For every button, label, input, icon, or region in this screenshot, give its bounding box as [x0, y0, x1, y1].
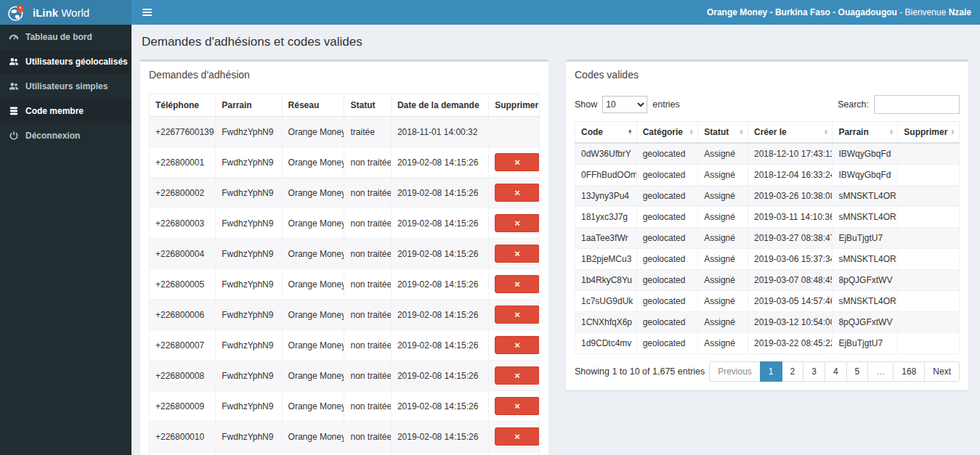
cell-reseau: Orange Money	[282, 208, 344, 239]
sidebar-item-simple-users[interactable]: Utilisateurs simples	[0, 74, 131, 99]
cell-reseau: Orange Money	[282, 330, 344, 361]
sidebar-item-geolocated-users[interactable]: Utilisateurs géolocalisés	[0, 49, 131, 74]
users-icon	[9, 57, 19, 67]
adhesion-requests-table: TéléphoneParrainRéseauStatutDate de la d…	[149, 94, 540, 455]
pagination-button[interactable]: 2	[782, 361, 804, 382]
sortable-column-header[interactable]: Statut	[698, 122, 748, 144]
search-label: Search:	[838, 99, 869, 110]
cell-code: 1b4RkyC8Yu	[575, 270, 637, 291]
entries-info: Showing 1 to 10 of 1,675 entries	[575, 366, 705, 377]
cell-date: 2019-02-08 14:15:26	[391, 208, 488, 239]
cell-parrain: FwdhzYphN9	[216, 269, 282, 300]
cell-supprimer: ×	[489, 178, 540, 208]
sidebar-item-label: Tableau de bord	[25, 32, 92, 42]
sortable-column-header[interactable]: Code	[575, 122, 637, 144]
cell-supprimer: ×	[489, 208, 540, 239]
pagination-button[interactable]: 168	[893, 361, 925, 382]
delete-request-button[interactable]: ×	[495, 397, 539, 415]
cell-statut: Assigné	[698, 143, 748, 165]
cell-cree-le: 2019-03-22 08:45:22	[748, 333, 833, 354]
cell-telephone: +226800008	[150, 361, 216, 391]
column-header: Supprimer	[489, 94, 540, 117]
delete-request-button[interactable]: ×	[495, 427, 539, 446]
cell-date: 2019-02-08 14:15:26	[391, 147, 488, 178]
cell-supprimer	[898, 207, 960, 228]
cell-parrain: FwdhzYphN9	[216, 330, 282, 361]
delete-icon: ×	[514, 340, 520, 351]
pagination-button[interactable]: Next	[924, 361, 960, 382]
sidebar: Tableau de bord Utilisateurs géolocalisé…	[0, 25, 131, 455]
sidebar-item-dashboard[interactable]: Tableau de bord	[0, 25, 131, 49]
sort-icon	[739, 129, 744, 136]
delete-request-button[interactable]: ×	[495, 245, 539, 263]
search-input[interactable]	[874, 95, 960, 114]
table-row: 1d9CDtc4mv geolocated Assigné 2019-03-22…	[575, 333, 960, 354]
cell-telephone: +226800007	[150, 330, 216, 361]
power-icon	[9, 131, 19, 141]
users-icon	[9, 81, 19, 91]
pagination-button[interactable]: Previous	[709, 361, 761, 382]
cell-parrain: 8pQJGFxtWV	[833, 270, 898, 291]
delete-request-button[interactable]: ×	[495, 184, 539, 202]
user-greeting-segment: Orange Money - Burkina Faso - Ouagadougo…	[707, 7, 897, 17]
delete-request-button[interactable]: ×	[495, 214, 539, 232]
cell-categorie: geolocated	[636, 333, 698, 354]
cell-reseau: Orange Money	[282, 391, 344, 422]
pagination-button[interactable]: 3	[803, 361, 825, 382]
delete-request-button[interactable]: ×	[495, 336, 539, 354]
pagination-button[interactable]: 5	[846, 361, 869, 382]
adhesion-table-body: +22677600139 FwdhzYphN9 Orange Money tra…	[150, 117, 540, 455]
delete-request-button[interactable]: ×	[495, 153, 539, 171]
delete-request-button[interactable]: ×	[495, 275, 539, 293]
pagination-button[interactable]: 4	[825, 361, 847, 382]
cell-date: 2018-11-01 14:00:32	[391, 117, 488, 147]
cell-telephone: +226800003	[150, 208, 216, 239]
cell-cree-le: 2019-03-12 10:54:00	[748, 312, 833, 333]
cell-reseau: Orange Money	[282, 422, 344, 452]
sidebar-item-member-code[interactable]: Code membre	[0, 99, 131, 123]
brand-logo[interactable]: $ iLink World	[0, 0, 131, 25]
table-row: +226800005 FwdhzYphN9 Orange Money non t…	[150, 269, 540, 300]
cell-supprimer	[898, 165, 960, 186]
column-header: Téléphone	[150, 94, 216, 117]
svg-text:$: $	[19, 6, 21, 9]
column-header: Réseau	[282, 94, 344, 117]
sidebar-item-label: Utilisateurs simples	[25, 81, 108, 91]
cell-supprimer	[898, 270, 960, 291]
show-label: Show	[575, 99, 597, 110]
sortable-column-header[interactable]: Parrain	[833, 122, 898, 144]
cell-statut: Assigné	[698, 207, 748, 228]
datatable-footer: Showing 1 to 10 of 1,675 entries Previou…	[575, 361, 960, 382]
database-icon	[9, 106, 19, 116]
cell-parrain: FwdhzYphN9	[216, 422, 282, 452]
table-row: 181yxc3J7g geolocated Assigné 2019-03-11…	[575, 207, 960, 228]
sortable-column-header[interactable]: Créer le	[748, 122, 833, 144]
delete-request-button[interactable]: ×	[495, 366, 539, 385]
sortable-column-header[interactable]: Catégorie	[636, 122, 698, 144]
cell-code: 13Jyny3Pu4	[575, 186, 637, 207]
cell-statut: Assigné	[698, 291, 748, 312]
hamburger-menu-icon[interactable]	[131, 0, 162, 25]
cell-date: 2019-02-08 14:15:26	[391, 422, 488, 452]
cell-categorie: geolocated	[636, 312, 698, 333]
cell-code: 0FFhBudOOm	[575, 165, 637, 186]
column-header-label: Créer le	[754, 127, 787, 137]
cell-categorie: geolocated	[636, 291, 698, 312]
cell-parrain: sMNSKTL4OR	[833, 186, 898, 207]
sidebar-item-logout[interactable]: Déconnexion	[0, 123, 131, 148]
cell-reseau: Orange Money	[282, 239, 344, 269]
sort-icon	[689, 129, 694, 136]
user-greeting-segment: - Bienvenue	[897, 7, 949, 17]
datatable-controls: Show 10 entries Search:	[575, 95, 960, 114]
cell-statut: non traitée	[344, 422, 391, 452]
delete-icon: ×	[514, 157, 520, 168]
delete-request-button[interactable]: ×	[495, 306, 539, 324]
cell-statut: non traitée	[344, 330, 391, 361]
pagination-button[interactable]: 1	[760, 361, 782, 382]
sortable-column-header[interactable]: Supprimer	[898, 122, 960, 144]
cell-supprimer: ×	[489, 422, 540, 452]
cell-supprimer: ×	[489, 330, 540, 361]
entries-select[interactable]: 10	[602, 96, 647, 113]
cell-date: 2019-02-08 14:15:26	[391, 300, 488, 330]
cell-telephone: +22677600139	[150, 117, 216, 147]
